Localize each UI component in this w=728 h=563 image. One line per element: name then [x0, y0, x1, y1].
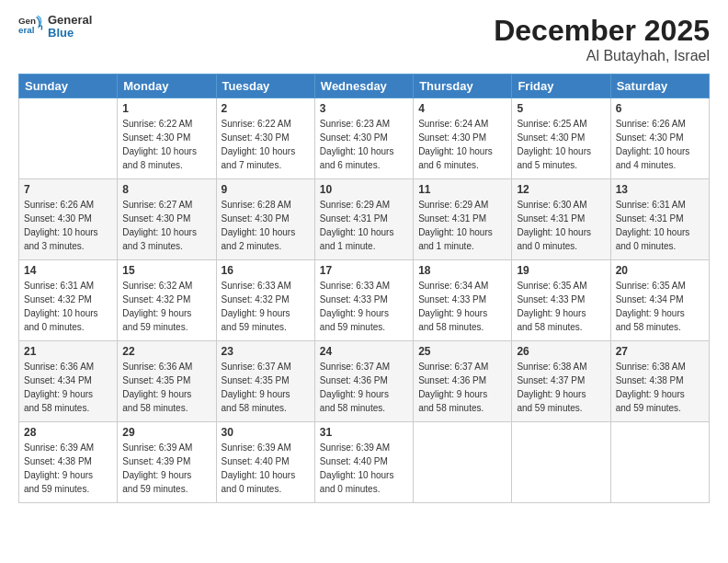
- day-info: Sunrise: 6:37 AMSunset: 4:36 PMDaylight:…: [320, 360, 408, 415]
- day-info: Sunrise: 6:33 AMSunset: 4:33 PMDaylight:…: [320, 279, 408, 334]
- calendar-cell: 29Sunrise: 6:39 AMSunset: 4:39 PMDayligh…: [118, 422, 216, 503]
- calendar-cell: 6Sunrise: 6:26 AMSunset: 4:30 PMDaylight…: [610, 98, 709, 179]
- day-number: 18: [418, 264, 506, 277]
- day-number: 22: [122, 345, 210, 358]
- day-number: 27: [616, 345, 704, 358]
- col-thursday: Thursday: [414, 75, 512, 98]
- day-info: Sunrise: 6:22 AMSunset: 4:30 PMDaylight:…: [222, 117, 310, 172]
- calendar-cell: [414, 422, 512, 503]
- page-header: Gen eral General Blue December 2025 Al B…: [18, 14, 710, 64]
- day-number: 2: [222, 102, 310, 115]
- day-info: Sunrise: 6:25 AMSunset: 4:30 PMDaylight:…: [517, 117, 605, 172]
- day-number: 5: [517, 102, 605, 115]
- calendar-cell: 3Sunrise: 6:23 AMSunset: 4:30 PMDaylight…: [314, 98, 413, 179]
- calendar-week-row: 28Sunrise: 6:39 AMSunset: 4:38 PMDayligh…: [19, 422, 710, 503]
- calendar-cell: 30Sunrise: 6:39 AMSunset: 4:40 PMDayligh…: [216, 422, 314, 503]
- day-number: 21: [24, 345, 112, 358]
- day-info: Sunrise: 6:36 AMSunset: 4:34 PMDaylight:…: [24, 360, 112, 415]
- day-info: Sunrise: 6:39 AMSunset: 4:40 PMDaylight:…: [222, 441, 310, 496]
- day-info: Sunrise: 6:31 AMSunset: 4:31 PMDaylight:…: [616, 198, 704, 253]
- svg-text:eral: eral: [18, 25, 35, 35]
- calendar-week-row: 21Sunrise: 6:36 AMSunset: 4:34 PMDayligh…: [19, 341, 710, 422]
- logo: Gen eral General Blue: [18, 14, 92, 40]
- day-number: 17: [320, 264, 408, 277]
- col-friday: Friday: [512, 75, 610, 98]
- calendar-cell: 2Sunrise: 6:22 AMSunset: 4:30 PMDaylight…: [216, 98, 314, 179]
- day-info: Sunrise: 6:35 AMSunset: 4:33 PMDaylight:…: [517, 279, 605, 334]
- day-info: Sunrise: 6:26 AMSunset: 4:30 PMDaylight:…: [616, 117, 704, 172]
- calendar-cell: [610, 422, 709, 503]
- calendar-cell: 14Sunrise: 6:31 AMSunset: 4:32 PMDayligh…: [19, 260, 118, 341]
- day-number: 11: [418, 183, 506, 196]
- calendar-cell: [512, 422, 610, 503]
- day-info: Sunrise: 6:32 AMSunset: 4:32 PMDaylight:…: [122, 279, 210, 334]
- day-number: 29: [122, 426, 210, 439]
- day-info: Sunrise: 6:26 AMSunset: 4:30 PMDaylight:…: [24, 198, 112, 253]
- calendar-cell: 19Sunrise: 6:35 AMSunset: 4:33 PMDayligh…: [512, 260, 610, 341]
- logo-blue: Blue: [48, 26, 74, 40]
- day-number: 12: [517, 183, 605, 196]
- day-number: 6: [616, 102, 704, 115]
- day-info: Sunrise: 6:36 AMSunset: 4:35 PMDaylight:…: [122, 360, 210, 415]
- logo-icon: Gen eral: [18, 14, 44, 40]
- day-number: 31: [320, 426, 408, 439]
- day-info: Sunrise: 6:29 AMSunset: 4:31 PMDaylight:…: [418, 198, 506, 253]
- calendar-cell: 4Sunrise: 6:24 AMSunset: 4:30 PMDaylight…: [414, 98, 512, 179]
- day-number: 28: [24, 426, 112, 439]
- calendar-cell: 17Sunrise: 6:33 AMSunset: 4:33 PMDayligh…: [314, 260, 413, 341]
- day-info: Sunrise: 6:38 AMSunset: 4:38 PMDaylight:…: [616, 360, 704, 415]
- day-number: 14: [24, 264, 112, 277]
- calendar-cell: 20Sunrise: 6:35 AMSunset: 4:34 PMDayligh…: [610, 260, 709, 341]
- day-info: Sunrise: 6:22 AMSunset: 4:30 PMDaylight:…: [122, 117, 210, 172]
- calendar-cell: 12Sunrise: 6:30 AMSunset: 4:31 PMDayligh…: [512, 179, 610, 260]
- calendar-week-row: 7Sunrise: 6:26 AMSunset: 4:30 PMDaylight…: [19, 179, 710, 260]
- calendar-cell: 28Sunrise: 6:39 AMSunset: 4:38 PMDayligh…: [19, 422, 118, 503]
- day-number: 7: [24, 183, 112, 196]
- day-info: Sunrise: 6:29 AMSunset: 4:31 PMDaylight:…: [320, 198, 408, 253]
- col-monday: Monday: [118, 75, 216, 98]
- day-number: 3: [320, 102, 408, 115]
- col-sunday: Sunday: [19, 75, 118, 98]
- day-info: Sunrise: 6:24 AMSunset: 4:30 PMDaylight:…: [418, 117, 506, 172]
- day-number: 4: [418, 102, 506, 115]
- day-number: 16: [222, 264, 310, 277]
- col-saturday: Saturday: [610, 75, 709, 98]
- calendar-table: Sunday Monday Tuesday Wednesday Thursday…: [18, 74, 710, 503]
- calendar-cell: 18Sunrise: 6:34 AMSunset: 4:33 PMDayligh…: [414, 260, 512, 341]
- month-title: December 2025: [494, 14, 710, 48]
- day-info: Sunrise: 6:31 AMSunset: 4:32 PMDaylight:…: [24, 279, 112, 334]
- day-info: Sunrise: 6:39 AMSunset: 4:40 PMDaylight:…: [320, 441, 408, 496]
- day-number: 8: [122, 183, 210, 196]
- day-info: Sunrise: 6:37 AMSunset: 4:36 PMDaylight:…: [418, 360, 506, 415]
- location: Al Butayhah, Israel: [494, 48, 710, 64]
- title-block: December 2025 Al Butayhah, Israel: [494, 14, 710, 64]
- calendar-cell: 16Sunrise: 6:33 AMSunset: 4:32 PMDayligh…: [216, 260, 314, 341]
- day-info: Sunrise: 6:23 AMSunset: 4:30 PMDaylight:…: [320, 117, 408, 172]
- day-number: 23: [222, 345, 310, 358]
- day-number: 20: [616, 264, 704, 277]
- day-info: Sunrise: 6:39 AMSunset: 4:38 PMDaylight:…: [24, 441, 112, 496]
- logo-general: General: [48, 13, 92, 27]
- calendar-cell: 31Sunrise: 6:39 AMSunset: 4:40 PMDayligh…: [314, 422, 413, 503]
- day-number: 30: [222, 426, 310, 439]
- calendar-cell: 5Sunrise: 6:25 AMSunset: 4:30 PMDaylight…: [512, 98, 610, 179]
- calendar-cell: 27Sunrise: 6:38 AMSunset: 4:38 PMDayligh…: [610, 341, 709, 422]
- calendar-week-row: 1Sunrise: 6:22 AMSunset: 4:30 PMDaylight…: [19, 98, 710, 179]
- calendar-cell: 23Sunrise: 6:37 AMSunset: 4:35 PMDayligh…: [216, 341, 314, 422]
- day-info: Sunrise: 6:27 AMSunset: 4:30 PMDaylight:…: [122, 198, 210, 253]
- col-tuesday: Tuesday: [216, 75, 314, 98]
- day-number: 26: [517, 345, 605, 358]
- day-info: Sunrise: 6:39 AMSunset: 4:39 PMDaylight:…: [122, 441, 210, 496]
- day-number: 1: [122, 102, 210, 115]
- day-number: 15: [122, 264, 210, 277]
- day-info: Sunrise: 6:28 AMSunset: 4:30 PMDaylight:…: [222, 198, 310, 253]
- calendar-week-row: 14Sunrise: 6:31 AMSunset: 4:32 PMDayligh…: [19, 260, 710, 341]
- calendar-cell: 8Sunrise: 6:27 AMSunset: 4:30 PMDaylight…: [118, 179, 216, 260]
- calendar-cell: 9Sunrise: 6:28 AMSunset: 4:30 PMDaylight…: [216, 179, 314, 260]
- col-wednesday: Wednesday: [314, 75, 413, 98]
- calendar-cell: 11Sunrise: 6:29 AMSunset: 4:31 PMDayligh…: [414, 179, 512, 260]
- calendar-cell: 10Sunrise: 6:29 AMSunset: 4:31 PMDayligh…: [314, 179, 413, 260]
- day-info: Sunrise: 6:37 AMSunset: 4:35 PMDaylight:…: [222, 360, 310, 415]
- calendar-cell: [19, 98, 118, 179]
- calendar-cell: 7Sunrise: 6:26 AMSunset: 4:30 PMDaylight…: [19, 179, 118, 260]
